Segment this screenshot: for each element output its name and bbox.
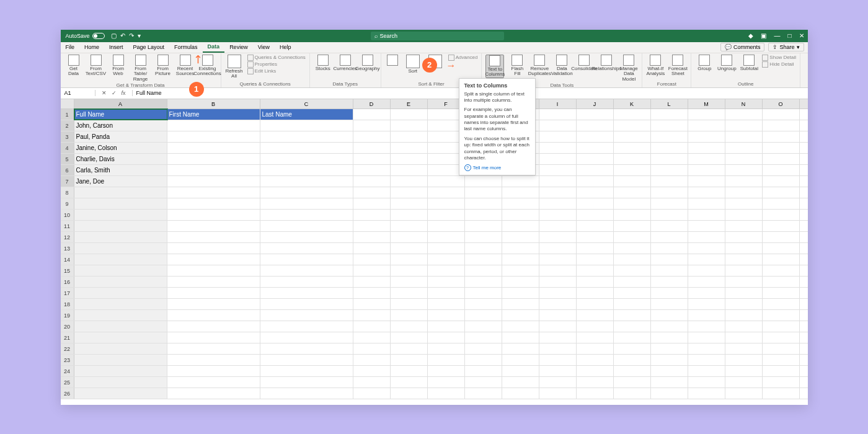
cell-B24[interactable] [167, 366, 260, 376]
cell-F24[interactable] [428, 366, 465, 376]
cell-K15[interactable] [614, 265, 651, 276]
cell-L24[interactable] [651, 366, 688, 376]
cell-B3[interactable] [167, 131, 260, 142]
cell-M23[interactable] [688, 355, 725, 365]
cell-J18[interactable] [577, 299, 614, 309]
cell-A8[interactable] [74, 187, 167, 198]
cell-B18[interactable] [167, 299, 260, 309]
cell-G11[interactable] [465, 221, 502, 231]
ungroup-button[interactable]: Ungroup [717, 55, 736, 72]
cell-E21[interactable] [391, 332, 428, 343]
cell-K4[interactable] [614, 143, 651, 153]
cell-M24[interactable] [688, 366, 725, 376]
cell-L7[interactable] [651, 176, 688, 187]
cell-E4[interactable] [391, 143, 428, 153]
cell-O20[interactable] [763, 321, 800, 332]
cell-O25[interactable] [763, 377, 800, 388]
cell-O13[interactable] [763, 243, 800, 254]
row-header-19[interactable]: 19 [61, 310, 74, 321]
cell-O12[interactable] [763, 232, 800, 242]
cell-B23[interactable] [167, 355, 260, 365]
cell-N23[interactable] [725, 355, 763, 365]
select-all-corner[interactable] [61, 99, 74, 108]
cell-J4[interactable] [577, 143, 614, 153]
cell-L15[interactable] [651, 265, 688, 276]
column-header-K[interactable]: K [614, 99, 651, 108]
cell-N8[interactable] [725, 187, 763, 198]
cell-B12[interactable] [167, 232, 260, 242]
cell-N26[interactable] [725, 388, 763, 399]
cell-N2[interactable] [725, 120, 763, 131]
properties-button[interactable]: Properties [247, 61, 306, 68]
menu-tab-view[interactable]: View [253, 42, 275, 53]
cell-L2[interactable] [651, 120, 688, 131]
edit-links-button[interactable]: Edit Links [247, 68, 306, 74]
fx-cancel-icon[interactable]: ✕ [102, 90, 107, 96]
cell-J25[interactable] [577, 377, 614, 388]
cell-L12[interactable] [651, 232, 688, 242]
cell-O5[interactable] [763, 154, 800, 164]
cell-L16[interactable] [651, 277, 688, 287]
cell-A4[interactable]: Janine, Colson [74, 143, 167, 153]
cell-M13[interactable] [688, 243, 725, 254]
cell-K9[interactable] [614, 198, 651, 209]
cell-N19[interactable] [725, 310, 763, 321]
cell-B20[interactable] [167, 321, 260, 332]
cell-M18[interactable] [688, 299, 725, 309]
cell-K11[interactable] [614, 221, 651, 231]
hide-detail-button[interactable]: Hide Detail [762, 61, 796, 68]
cell-O22[interactable] [763, 343, 800, 354]
cell-K25[interactable] [614, 377, 651, 388]
row-header-8[interactable]: 8 [61, 187, 74, 198]
tooltip-link[interactable]: Tell me more [464, 164, 530, 171]
cell-I18[interactable] [539, 299, 577, 309]
cell-C7[interactable] [260, 176, 353, 187]
cell-E12[interactable] [391, 232, 428, 242]
cell-O16[interactable] [763, 277, 800, 287]
from-web-button[interactable]: From Web [109, 55, 128, 78]
cell-I9[interactable] [539, 198, 577, 209]
cell-G20[interactable] [465, 321, 502, 332]
cell-K20[interactable] [614, 321, 651, 332]
cell-C10[interactable] [260, 210, 353, 220]
cell-F20[interactable] [428, 321, 465, 332]
cell-D1[interactable] [353, 109, 391, 120]
cell-N16[interactable] [725, 277, 763, 287]
row-header-14[interactable]: 14 [61, 254, 74, 265]
get-data-button[interactable]: Get Data [64, 55, 83, 78]
cell-D23[interactable] [353, 355, 391, 365]
cell-L14[interactable] [651, 254, 688, 265]
cell-A26[interactable] [74, 388, 167, 399]
cell-M6[interactable] [688, 165, 725, 175]
cell-O8[interactable] [763, 187, 800, 198]
column-header-L[interactable]: L [651, 99, 688, 108]
cell-F25[interactable] [428, 377, 465, 388]
cell-L3[interactable] [651, 131, 688, 142]
column-header-B[interactable]: B [167, 99, 260, 108]
cell-E16[interactable] [391, 277, 428, 287]
row-header-5[interactable]: 5 [61, 154, 74, 164]
cell-A25[interactable] [74, 377, 167, 388]
cell-C22[interactable] [260, 343, 353, 354]
cell-N7[interactable] [725, 176, 763, 187]
cell-M12[interactable] [688, 232, 725, 242]
cell-G10[interactable] [465, 210, 502, 220]
cell-H10[interactable] [502, 210, 539, 220]
row-header-9[interactable]: 9 [61, 198, 74, 209]
cell-L4[interactable] [651, 143, 688, 153]
cell-F16[interactable] [428, 277, 465, 287]
cell-I10[interactable] [539, 210, 577, 220]
cell-E6[interactable] [391, 165, 428, 175]
row-header-7[interactable]: 7 [61, 176, 74, 187]
cell-M7[interactable] [688, 176, 725, 187]
cell-D4[interactable] [353, 143, 391, 153]
cell-M26[interactable] [688, 388, 725, 399]
cell-C6[interactable] [260, 165, 353, 175]
cell-D9[interactable] [353, 198, 391, 209]
cell-C14[interactable] [260, 254, 353, 265]
cell-J3[interactable] [577, 131, 614, 142]
column-header-N[interactable]: N [725, 99, 763, 108]
cell-M2[interactable] [688, 120, 725, 131]
cell-A13[interactable] [74, 243, 167, 254]
cell-I24[interactable] [539, 366, 577, 376]
